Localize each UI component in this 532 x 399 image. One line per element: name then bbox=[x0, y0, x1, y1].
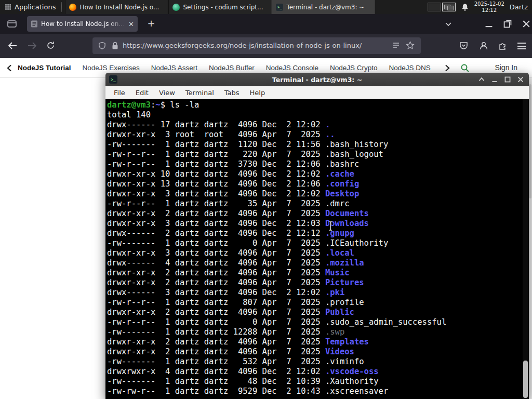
subnav-item-exercises[interactable]: NodeJS Exercises bbox=[83, 64, 140, 72]
applications-grid-icon bbox=[5, 4, 11, 10]
listing-fields: drwxr-xr-x 13 dartz dartz 4096 Dec 2 12:… bbox=[107, 179, 325, 189]
listing-fields: drwxrwxr-x 4 dartz dartz 4096 Dec 2 12:0… bbox=[107, 367, 325, 376]
applications-menu-button[interactable]: Applications bbox=[0, 0, 60, 14]
menu-terminal[interactable]: Terminal bbox=[180, 87, 219, 98]
terminal-close-icon[interactable] bbox=[516, 75, 525, 84]
menu-hamburger-icon[interactable] bbox=[517, 43, 526, 49]
listing-name: .swp bbox=[325, 327, 344, 337]
listing-fields: drwxr-xr-x 2 dartz dartz 4096 Apr 7 2025 bbox=[107, 268, 325, 277]
listing-fields: drwxr-xr-x 3 root root 4096 Apr 7 2025 bbox=[107, 130, 325, 139]
search-icon[interactable] bbox=[460, 63, 470, 73]
listing-fields: -rw-r--r-- 1 dartz dartz 35 Apr 7 2025 bbox=[107, 199, 325, 208]
prompt-user-host: dartz@vm3 bbox=[107, 100, 151, 110]
prompt-path: ~ bbox=[155, 100, 160, 110]
browser-tab-active[interactable]: How to Install Node.js on... ✕ bbox=[27, 16, 138, 32]
sign-in-button[interactable]: Sign In bbox=[495, 63, 517, 72]
new-tab-button[interactable]: + bbox=[145, 18, 157, 29]
workspace-1[interactable] bbox=[428, 3, 441, 11]
terminal-content[interactable]: dartz@vm3:~$ ls -latotal 140drwx------ 1… bbox=[105, 99, 529, 399]
terminal-shade-icon[interactable] bbox=[477, 75, 486, 84]
terminal-listing-row: drwxr-xr-x 2 dartz dartz 4096 Apr 7 2025… bbox=[107, 337, 529, 347]
listing-fields: drwxr-xr-x 3 dartz dartz 4096 Apr 7 2025 bbox=[107, 248, 325, 258]
workspace-2[interactable] bbox=[442, 3, 456, 11]
terminal-listing-row: -rw------- 1 dartz dartz 532 Apr 7 2025 … bbox=[107, 357, 529, 367]
taskbar-button-firefox[interactable]: How to Install Node.js o... bbox=[65, 0, 168, 14]
subnav-item-tutorial[interactable]: NodeJS Tutorial bbox=[18, 64, 71, 72]
extensions-icon[interactable] bbox=[498, 41, 507, 50]
url-text[interactable]: https://www.geeksforgeeks.org/node-js/in… bbox=[123, 42, 387, 49]
listing-fields: drwx------ 3 dartz dartz 4096 Dec 2 12:0… bbox=[107, 288, 325, 297]
listing-name: .pki bbox=[325, 288, 344, 297]
listing-fields: -rw-r--r-- 1 dartz dartz 807 Apr 7 2025 bbox=[107, 298, 325, 307]
subnav-scroll-left-icon[interactable] bbox=[7, 64, 12, 72]
listing-name: .xscreensaver bbox=[325, 387, 388, 396]
page-scrollbar-thumb[interactable] bbox=[529, 84, 531, 198]
clock-date: 2025-12-02 bbox=[474, 1, 504, 7]
subnav-item-dns[interactable]: NodeJS DNS bbox=[389, 64, 431, 72]
listing-name: . bbox=[325, 120, 330, 129]
taskbar-button-codium[interactable]: Settings - codium script... bbox=[168, 0, 272, 14]
subnav-item-buffer[interactable]: NodeJS Buffer bbox=[209, 64, 255, 72]
list-all-tabs-icon[interactable] bbox=[445, 22, 452, 26]
listing-name: .bash_logout bbox=[325, 150, 383, 159]
listing-name: .mozilla bbox=[325, 258, 364, 268]
terminal-window-controls bbox=[477, 73, 525, 86]
back-icon[interactable] bbox=[7, 42, 18, 50]
terminal-window: >_ Terminal - dartz@vm3: ~ File bbox=[105, 73, 529, 399]
terminal-listing-row: drwxr-xr-x 3 dartz dartz 4096 Dec 2 12:0… bbox=[107, 189, 529, 199]
subnav-item-crypto[interactable]: NodeJS Crypto bbox=[330, 64, 378, 72]
listing-fields: drwxr-xr-x 2 dartz dartz 4096 Apr 7 2025 bbox=[107, 308, 325, 317]
text-cursor-icon bbox=[327, 221, 334, 231]
terminal-minimize-icon[interactable] bbox=[490, 75, 499, 84]
taskbar-button-label: How to Install Node.js o... bbox=[79, 4, 164, 11]
window-close-icon[interactable] bbox=[520, 19, 532, 29]
subnav-scroll-right-icon[interactable] bbox=[445, 64, 450, 72]
terminal-scrollbar[interactable] bbox=[523, 99, 528, 399]
window-restore-icon[interactable] bbox=[501, 19, 514, 29]
listing-fields: drwxr-xr-x 2 dartz dartz 4096 Apr 7 2025 bbox=[107, 347, 325, 356]
listing-fields: -rw------- 1 dartz dartz 532 Apr 7 2025 bbox=[107, 357, 325, 366]
panel-clock[interactable]: 2025-12-02 12:12 bbox=[474, 1, 504, 13]
terminal-listing-row: -rw------- 1 dartz dartz 1120 Dec 2 11:5… bbox=[107, 140, 529, 150]
menu-tabs[interactable]: Tabs bbox=[219, 87, 245, 98]
account-icon[interactable] bbox=[479, 41, 488, 50]
tab-close-icon[interactable]: ✕ bbox=[128, 21, 134, 28]
terminal-maximize-icon[interactable] bbox=[503, 75, 512, 84]
window-minimize-icon[interactable] bbox=[482, 19, 496, 29]
lock-icon[interactable] bbox=[112, 42, 118, 50]
listing-name: .Xauthority bbox=[325, 377, 379, 386]
firefox-view-icon[interactable] bbox=[7, 20, 17, 28]
pocket-icon[interactable] bbox=[459, 42, 468, 50]
menu-edit[interactable]: Edit bbox=[130, 87, 154, 98]
menu-view[interactable]: View bbox=[154, 87, 180, 98]
terminal-listing-row: drwxr-xr-x 3 dartz dartz 4096 Apr 7 2025… bbox=[107, 248, 529, 258]
bookmark-star-icon[interactable] bbox=[406, 41, 415, 50]
listing-fields: drwxr-xr-x 3 dartz dartz 4096 Dec 2 12:0… bbox=[107, 189, 325, 198]
terminal-listing-row: -rw-r--r-- 1 dartz dartz 3730 Dec 2 12:0… bbox=[107, 159, 529, 169]
subnav-item-assert[interactable]: NodeJS Assert bbox=[151, 64, 197, 72]
mini-window bbox=[447, 6, 454, 10]
menu-file[interactable]: File bbox=[109, 87, 130, 98]
terminal-listing-row: drwx------ 2 dartz dartz 4096 Dec 2 12:1… bbox=[107, 229, 529, 238]
taskbar-button-terminal[interactable]: >_ Terminal - dartz@vm3: ~ bbox=[272, 0, 375, 14]
page-scrollbar[interactable] bbox=[528, 78, 532, 399]
terminal-scrollbar-thumb[interactable] bbox=[523, 361, 528, 398]
workspace-pager[interactable] bbox=[428, 3, 456, 11]
listing-fields: -rw------- 1 dartz dartz 0 Apr 7 2025 bbox=[107, 238, 325, 248]
menu-help[interactable]: Help bbox=[245, 87, 271, 98]
terminal-listing-row: drwx------ 17 dartz dartz 4096 Dec 2 12:… bbox=[107, 120, 529, 130]
terminal-listing-row: drwxr-xr-x 3 dartz dartz 4096 Dec 2 12:0… bbox=[107, 219, 529, 229]
subnav-item-console[interactable]: NodeJS Console bbox=[266, 64, 318, 72]
codium-icon bbox=[172, 4, 180, 11]
reader-view-icon[interactable] bbox=[392, 42, 400, 50]
terminal-listing-row: -rw-r--r-- 1 dartz dartz 807 Apr 7 2025 … bbox=[107, 298, 529, 308]
tracking-shield-icon[interactable] bbox=[98, 42, 106, 50]
terminal-titlebar[interactable]: >_ Terminal - dartz@vm3: ~ bbox=[105, 73, 529, 86]
user-menu[interactable]: Dartz bbox=[510, 3, 529, 11]
notification-bell-icon[interactable] bbox=[461, 3, 469, 11]
url-bar[interactable]: https://www.geeksforgeeks.org/node-js/in… bbox=[92, 37, 421, 54]
taskbar-button-label: Terminal - dartz@vm3: ~ bbox=[286, 4, 371, 11]
reload-icon[interactable] bbox=[46, 41, 55, 50]
forward-icon[interactable] bbox=[27, 42, 37, 50]
listing-name: Videos bbox=[325, 347, 354, 356]
